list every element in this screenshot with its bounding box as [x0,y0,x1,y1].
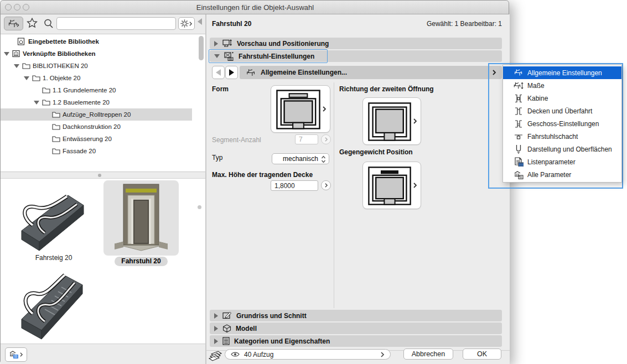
max-hoehe-field[interactable]: 1,8000 [271,180,318,191]
menu-item-alle-parameter[interactable]: Alle Parameter [503,168,621,181]
section-grundriss-schnitt[interactable]: Grundriss und Schnitt [210,310,502,321]
ok-button[interactable]: OK [463,349,501,360]
tree-item-grundelemente-20[interactable]: 1.1 Grundelemente 20 [1,84,192,96]
second-opening-picker[interactable] [362,97,421,145]
thumbnail-label-selected: Fahrstuhl 20 [115,257,168,266]
chevron-right-icon [324,137,328,142]
dimensions-icon [513,81,524,90]
second-opening-label: Richtung der zweiten Öffnung [339,85,434,93]
back-arrow-icon [216,69,221,76]
floorplan-section-icon [222,311,232,320]
slab-headroom-icon [513,107,524,116]
story-settings-icon [513,119,524,128]
tree-item-dachkonstruktion-20[interactable]: Dachkonstruktion 20 [1,121,192,133]
segment-count-field[interactable]: 7 [295,134,318,144]
panel-splitter[interactable] [1,172,205,179]
menu-item-geschoss-einstellungen[interactable]: Geschoss-Einstellungen [503,117,621,130]
cabin-icon [513,94,524,103]
tree-item-fassade-20[interactable]: Fassade 20 [1,145,192,157]
rolltreppe-preview-image [13,266,97,344]
disclosure-open-icon[interactable] [14,64,19,68]
embedded-library-icon [17,38,25,45]
disclosure-open-icon[interactable] [4,52,9,56]
menu-item-fahrstuhlschacht[interactable]: Fahrstuhlschacht [503,130,621,143]
thumbnails-scroll-indicator[interactable] [198,205,201,209]
forward-arrow-icon [229,69,234,76]
elevator-plan-counterweight-icon [367,165,412,206]
favorites-button[interactable] [26,17,38,32]
chevron-right-icon [492,69,496,76]
column-divider [334,82,334,308]
segment-count-label: Segment-Anzahl [212,136,261,144]
segment-count-expand-button[interactable] [321,134,331,144]
tree-item-embedded-library[interactable]: Eingebettete Bibliothek [1,35,192,48]
tree-item-objekte-20[interactable]: 1. Objekte 20 [1,72,192,84]
selected-object-name: Fahrstuhl 20 [212,20,251,28]
fahrstuhl-preview-image [110,182,172,254]
chevron-right-icon [413,182,417,189]
linked-libraries-icon [12,50,20,58]
eye-icon [231,351,240,357]
tree-item-aufzuege-rolltreppen-20[interactable]: Aufzüge_Rolltreppen 20 [1,108,192,121]
settings-panel: Fahrstuhl 20 Gewählt: 1 Bearbeitbar: 1 V… [206,14,510,364]
menu-item-listenparameter[interactable]: Listenparameter [503,155,621,168]
chevron-right-icon [322,106,327,112]
folder-icon [42,98,50,106]
splitter-handle [98,174,101,177]
section-modell[interactable]: Modell [210,323,502,334]
tree-scrollbar-thumb[interactable] [199,36,204,60]
chevron-right-icon [324,183,328,188]
menu-item-darstellung-oberflaechen[interactable]: Darstellung und Oberflächen [503,143,621,155]
tree-item-linked-libraries[interactable]: Verknüpfte Bibliotheken [1,48,192,60]
folder-icon [52,111,60,118]
object-view-mode-button[interactable] [4,17,23,30]
tab-pages-menu: Allgemeine Einstellungen Maße Kabine Dec… [502,65,622,183]
library-manager-button[interactable] [5,347,27,362]
type-dropdown[interactable]: mechanisch [272,153,329,164]
cancel-button[interactable]: Abbrechen [403,349,453,360]
tab-page-selector[interactable]: Allgemeine Einstellungen... [240,66,502,79]
form-label: Form [212,85,229,93]
menu-item-masse[interactable]: Maße [503,79,621,92]
tree-item-bibliotheken-20[interactable]: BIBLIOTHEKEN 20 [1,60,192,72]
menu-item-decken-ueberfahrt[interactable]: Decken und Überfahrt [503,105,621,117]
tree-item-entwaesserung-20[interactable]: Entwässerung 20 [1,133,192,145]
menu-item-allgemeine-einstellungen[interactable]: Allgemeine Einstellungen [503,66,621,79]
menu-item-kabine[interactable]: Kabine [503,92,621,105]
search-input[interactable] [56,17,176,30]
section-vorschau-positionierung[interactable]: Vorschau und Positionierung [210,38,502,49]
max-hoehe-expand-button[interactable] [321,180,331,190]
chair-icon [8,19,19,28]
titlebar[interactable]: Einstellungen für die Objekt-Auswahl [1,1,509,14]
folder-icon [52,147,60,154]
object-thumbnail-list: Fahrsteig 20 Fahrstuhl 20 [1,179,205,357]
tree-item-bauelemente-20[interactable]: 1.2 Bauelemente 20 [1,96,192,108]
disclosure-open-icon[interactable] [24,76,29,80]
tab-page-current-label: Allgemeine Einstellungen... [261,69,347,76]
tab-back-button[interactable] [212,66,225,79]
tree-scrollbar[interactable] [199,36,204,171]
folder-icon [22,62,30,69]
display-surfaces-icon [513,144,524,154]
layer-dropdown[interactable]: 40 Aufzug [225,349,391,360]
tab-forward-button[interactable] [225,66,238,79]
folder-icon [52,135,60,142]
disclosure-closed-icon [214,326,218,331]
form-shape-picker[interactable] [271,85,330,133]
disclosure-closed-icon [214,313,218,319]
section-kategorien-eigenschaften[interactable]: Kategorien und Eigenschaften [210,335,502,347]
fahrsteig-preview-image [11,182,97,254]
collapse-panel-icon[interactable] [198,18,202,25]
window-title: Einstellungen für die Objekt-Auswahl [1,3,510,12]
chevron-right-icon [380,351,385,358]
library-browser-panel: Eingebettete Bibliothek Verknüpfte Bibli… [1,14,205,364]
preview-positioning-icon [222,39,232,48]
chevron-right-icon [413,118,417,124]
layers-icon [209,351,223,363]
search-button[interactable] [43,18,54,32]
disclosure-open-icon[interactable] [34,101,39,105]
settings-menu-button[interactable] [178,17,195,30]
library-manager-icon [9,350,19,359]
counterweight-position-picker[interactable] [362,162,421,209]
disclosure-closed-icon [214,41,218,46]
